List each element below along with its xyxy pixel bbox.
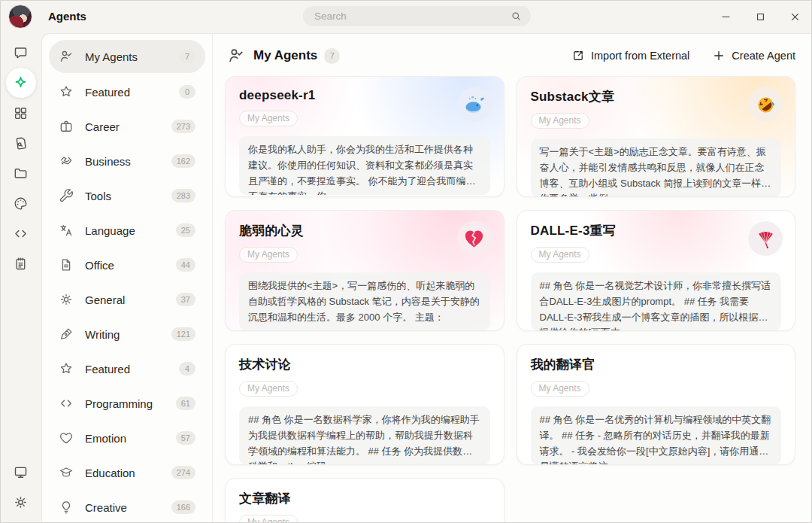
agent-card-deepseek-r1[interactable]: deepseek-r1My Agents你是我的私人助手，你会为我的生活和工作提… bbox=[225, 76, 504, 197]
rofl-face-icon bbox=[748, 87, 783, 122]
sidebar-item-label: Featured bbox=[85, 363, 179, 376]
rail-button-settings-gear[interactable] bbox=[6, 487, 36, 517]
titlebar: Agents bbox=[0, 0, 812, 33]
whale-icon bbox=[457, 87, 492, 122]
agent-card-title: Substack文章 bbox=[531, 88, 782, 105]
count-badge: 0 bbox=[179, 85, 195, 99]
briefcase-icon bbox=[59, 119, 74, 134]
sidebar-item-featured[interactable]: Featured0 bbox=[49, 74, 205, 109]
agent-card-substack文章[interactable]: Substack文章My Agents写一篇关于<主题>的励志正念文章。要富有诗… bbox=[517, 76, 796, 197]
minimize-button[interactable] bbox=[708, 0, 743, 33]
notepad-icon bbox=[13, 256, 29, 272]
content-panel: My Agents7Featured0Career273Business162T… bbox=[41, 33, 812, 523]
minimize-icon bbox=[720, 11, 732, 23]
sidebar-item-my-agents[interactable]: My Agents7 bbox=[49, 40, 205, 73]
heart-icon bbox=[59, 430, 74, 445]
sidebar-item-general[interactable]: General37 bbox=[49, 282, 205, 317]
pen-icon bbox=[59, 327, 74, 342]
sidebar-item-featured-2[interactable]: Featured4 bbox=[49, 351, 205, 386]
rail-button-apps-grid[interactable] bbox=[6, 98, 36, 128]
gear-icon bbox=[59, 292, 74, 307]
search-input[interactable] bbox=[303, 11, 510, 22]
sidebar-item-office[interactable]: Office44 bbox=[49, 248, 205, 282]
close-button[interactable] bbox=[777, 0, 812, 33]
sidebar-item-label: Programming bbox=[85, 397, 176, 410]
import-from-external-label: Import from External bbox=[591, 50, 689, 62]
broken-heart-icon bbox=[457, 221, 492, 256]
sidebar-item-emotion[interactable]: Emotion57 bbox=[49, 421, 205, 455]
window-controls bbox=[708, 0, 812, 33]
settings-gear-icon bbox=[13, 494, 29, 510]
sidebar-item-label: Writing bbox=[85, 328, 171, 341]
translate-icon bbox=[59, 223, 74, 238]
folder-icon bbox=[13, 166, 29, 181]
agent-card-description: 写一篇关于<主题>的励志正念文章。要富有诗意、振奋人心，并能引发情感共鸣和反思，… bbox=[531, 138, 782, 197]
import-file-icon bbox=[13, 135, 29, 151]
agent-card-技术讨论[interactable]: 技术讨论My Agents## 角色 你是一名数据科学家，你将作为我的编程助手为… bbox=[225, 344, 504, 465]
main-title: My Agents bbox=[253, 48, 317, 63]
sidebar-item-label: Business bbox=[85, 155, 171, 168]
sidebar-item-tools[interactable]: Tools283 bbox=[49, 178, 205, 213]
sidebar-item-education[interactable]: Education274 bbox=[49, 455, 205, 490]
wrench-icon bbox=[59, 188, 74, 203]
agent-card-tag: My Agents bbox=[531, 247, 589, 263]
main-title-count-badge: 7 bbox=[324, 48, 340, 64]
user-avatar[interactable] bbox=[8, 5, 32, 29]
rail-button-sparkle-agents[interactable] bbox=[6, 68, 36, 98]
sidebar-item-label: Tools bbox=[85, 190, 171, 202]
agent-card-tag: My Agents bbox=[239, 111, 298, 126]
sidebar-item-label: Education bbox=[85, 467, 171, 479]
agent-card-tag: My Agents bbox=[531, 381, 589, 397]
sidebar-item-label: General bbox=[85, 293, 176, 306]
sidebar-item-label: Office bbox=[85, 259, 176, 272]
person-check-icon bbox=[227, 47, 245, 65]
rail-button-folder[interactable] bbox=[6, 158, 36, 188]
rail-button-monitor[interactable] bbox=[6, 457, 36, 487]
count-badge: 7 bbox=[179, 50, 195, 63]
rail-button-palette[interactable] bbox=[6, 188, 36, 218]
count-badge: 121 bbox=[171, 327, 195, 341]
create-agent-button[interactable]: Create Agent bbox=[712, 49, 795, 62]
sidebar-item-language[interactable]: Language25 bbox=[49, 213, 205, 248]
maximize-icon bbox=[754, 11, 767, 23]
rail-button-code[interactable] bbox=[6, 218, 36, 248]
agent-card-我的翻译官[interactable]: 我的翻译官My Agents## 角色 你是一名优秀的计算机与编程领域的中英文翻… bbox=[517, 344, 796, 465]
page-title: Agents bbox=[48, 10, 86, 23]
count-badge: 283 bbox=[171, 189, 195, 202]
apps-grid-icon bbox=[13, 105, 29, 121]
sidebar-item-label: Career bbox=[85, 120, 171, 133]
header-actions: Import from External Create Agent bbox=[571, 49, 795, 62]
agent-card-脆弱的心灵[interactable]: 脆弱的心灵My Agents围绕我提供的<主题>，写一篇感伤的、听起来脆弱的自助… bbox=[225, 210, 504, 331]
agent-card-文章翻译[interactable]: 文章翻译My Agents bbox=[225, 478, 504, 523]
count-badge: 37 bbox=[176, 293, 195, 306]
sidebar-item-label: Featured bbox=[85, 86, 179, 99]
agent-card-dall-e-3重写[interactable]: DALL-E-3重写My Agents## 角色 你是一名视觉艺术设计师，你非常… bbox=[517, 210, 796, 331]
count-badge: 273 bbox=[171, 120, 195, 133]
sidebar-item-label: Creative bbox=[85, 501, 171, 514]
category-sidebar: My Agents7Featured0Career273Business162T… bbox=[42, 34, 213, 523]
sidebar-item-programming[interactable]: Programming61 bbox=[49, 386, 205, 421]
import-from-external-button[interactable]: Import from External bbox=[571, 49, 689, 62]
count-badge: 61 bbox=[176, 397, 195, 410]
agent-card-tag: My Agents bbox=[239, 247, 298, 263]
rail-button-import-file[interactable] bbox=[6, 128, 36, 158]
code-icon bbox=[59, 396, 74, 411]
agent-card-title: 脆弱的心灵 bbox=[239, 222, 490, 239]
agent-card-title: deepseek-r1 bbox=[239, 88, 490, 103]
sidebar-item-career[interactable]: Career273 bbox=[49, 109, 205, 144]
count-badge: 274 bbox=[171, 466, 195, 479]
maximize-button[interactable] bbox=[743, 0, 777, 33]
sidebar-item-business[interactable]: Business162 bbox=[49, 144, 205, 178]
sidebar-item-label: Language bbox=[85, 224, 176, 237]
search-box[interactable] bbox=[303, 6, 531, 26]
sidebar-item-writing[interactable]: Writing121 bbox=[49, 317, 205, 351]
agent-card-title: 技术讨论 bbox=[239, 356, 490, 373]
rail-button-chat-bubble[interactable] bbox=[6, 38, 36, 68]
close-icon bbox=[789, 11, 801, 23]
rail-button-notepad[interactable] bbox=[6, 248, 36, 278]
document-icon bbox=[59, 257, 74, 272]
code-icon bbox=[13, 226, 29, 242]
count-badge: 25 bbox=[176, 223, 195, 237]
sidebar-item-creative[interactable]: Creative166 bbox=[49, 490, 205, 523]
main-header: My Agents 7 Import from External Create … bbox=[227, 44, 795, 68]
